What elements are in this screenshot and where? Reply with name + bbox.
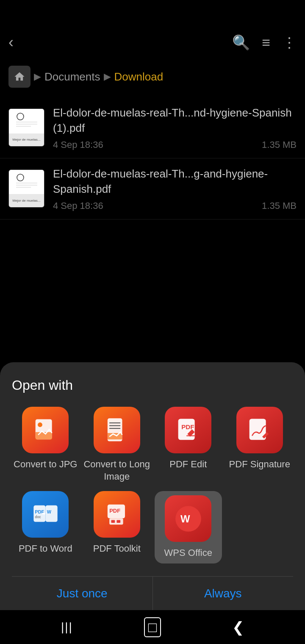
more-options-icon[interactable]: ⋮: [282, 34, 297, 51]
pdf-word-label: PDF to Word: [19, 543, 72, 555]
nav-bar: ||| □ ❮: [0, 610, 305, 644]
svg-text:W: W: [180, 513, 190, 525]
file-thumb-text: Mejor de muelas...: [9, 133, 44, 147]
search-icon[interactable]: 🔍: [232, 34, 250, 51]
pdf-edit-label: PDF Edit: [169, 458, 207, 471]
file-date-1: 4 Sep 18:36: [53, 139, 103, 150]
app-pdf-signature[interactable]: PDF Signature: [226, 407, 294, 483]
pdf-sig-icon: [236, 407, 283, 453]
svg-text:PDF: PDF: [109, 508, 120, 514]
file-meta-1: 4 Sep 18:36 1.35 MB: [53, 139, 297, 150]
open-with-title: Open with: [12, 378, 293, 393]
file-meta-2: 4 Sep 18:36 1.35 MB: [53, 200, 297, 211]
svg-text:doc: doc: [35, 515, 41, 519]
documents-label[interactable]: Documents: [44, 70, 100, 83]
action-row: Just once Always: [12, 576, 293, 610]
pdf-sig-label: PDF Signature: [229, 458, 290, 471]
file-list: Mejor de muelas... El-dolor-de-muelas-re…: [0, 97, 305, 219]
svg-text:PDF: PDF: [181, 423, 194, 430]
app-convert-long[interactable]: Convert to Long Image: [83, 407, 151, 483]
file-name-1: El-dolor-de-muelas-real-Th...nd-hygiene-…: [53, 105, 297, 136]
breadcrumb-arrow-1: ▶: [34, 71, 41, 82]
file-item-1[interactable]: Mejor de muelas... El-dolor-de-muelas-re…: [0, 97, 305, 158]
app-pdf-edit[interactable]: PDF PDF Edit: [155, 407, 222, 483]
file-thumb-text-2: Mejor de muelas...: [9, 194, 44, 207]
app-empty: [226, 491, 294, 564]
app-convert-jpg[interactable]: Convert to JPG: [12, 407, 79, 483]
app-grid-row2: PDF doc W PDF to Word PDF: [12, 491, 293, 564]
convert-jpg-icon: [22, 407, 69, 453]
file-thumbnail-1: Mejor de muelas...: [8, 108, 44, 147]
bottom-sheet: Open with Convert to JPG: [0, 362, 305, 610]
pdf-toolkit-icon: PDF: [94, 491, 140, 538]
just-once-button[interactable]: Just once: [12, 577, 152, 610]
home-icon[interactable]: [8, 66, 30, 88]
app-grid-row1: Convert to JPG Convert to Long Image: [12, 407, 293, 483]
list-view-icon[interactable]: ≡: [262, 34, 270, 51]
back-button[interactable]: ‹: [8, 33, 14, 51]
file-date-2: 4 Sep 18:36: [53, 200, 103, 211]
pdf-edit-icon: PDF: [165, 407, 211, 453]
convert-long-label: Convert to Long Image: [83, 458, 151, 483]
file-info-2: El-dolor-de-muelas-real-Th...g-and-hygie…: [53, 166, 297, 211]
file-thumbnail-2: Mejor de muelas...: [8, 169, 44, 208]
app-pdf-word[interactable]: PDF doc W PDF to Word: [12, 491, 79, 564]
svg-point-12: [38, 422, 42, 427]
back-nav-button[interactable]: ❮: [232, 619, 244, 636]
app-wps-office[interactable]: W WPS Office: [155, 491, 222, 564]
recent-apps-button[interactable]: |||: [61, 620, 73, 634]
svg-rect-32: [117, 520, 121, 523]
breadcrumb: ▶ Documents ▶ Download: [8, 66, 163, 88]
file-name-2: El-dolor-de-muelas-real-Th...g-and-hygie…: [53, 166, 297, 197]
wps-label: WPS Office: [164, 547, 212, 559]
always-button[interactable]: Always: [153, 577, 294, 610]
file-size-2: 1.35 MB: [262, 200, 297, 211]
pdf-toolkit-label: PDF Toolkit: [93, 543, 141, 555]
pdf-word-icon: PDF doc W: [22, 491, 69, 538]
file-item-2[interactable]: Mejor de muelas... El-dolor-de-muelas-re…: [0, 158, 305, 219]
breadcrumb-arrow-2: ▶: [104, 71, 111, 82]
convert-long-icon: [94, 407, 140, 453]
download-label[interactable]: Download: [114, 70, 164, 83]
file-info-1: El-dolor-de-muelas-real-Th...nd-hygiene-…: [53, 105, 297, 150]
top-bar: ‹ 🔍 ≡ ⋮: [0, 25, 305, 59]
svg-text:W: W: [47, 509, 52, 514]
wps-icon: W: [165, 495, 211, 542]
home-button[interactable]: □: [144, 617, 161, 637]
svg-rect-31: [111, 520, 115, 523]
app-pdf-toolkit[interactable]: PDF PDF Toolkit: [83, 491, 151, 564]
file-size-1: 1.35 MB: [262, 139, 297, 150]
convert-jpg-label: Convert to JPG: [14, 458, 77, 471]
